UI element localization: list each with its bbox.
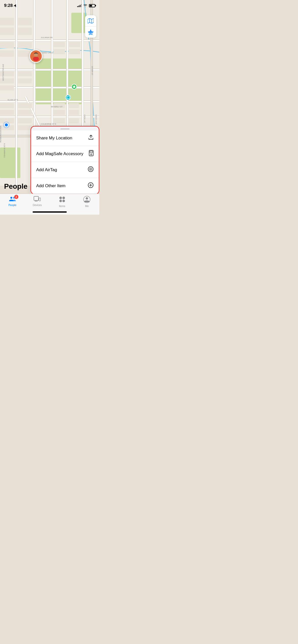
my-location-dot — [4, 123, 9, 127]
svg-point-90 — [10, 197, 12, 199]
tab-people-label: People — [8, 204, 16, 207]
svg-rect-53 — [69, 103, 79, 108]
svg-point-96 — [59, 197, 62, 199]
svg-rect-33 — [0, 27, 14, 35]
svg-text:WESTMINSTER AVE: WESTMINSTER AVE — [2, 64, 4, 81]
devices-icon — [33, 196, 41, 202]
svg-text:JULIANA DR: JULIANA DR — [41, 36, 52, 39]
svg-rect-92 — [34, 196, 38, 200]
svg-rect-58 — [18, 125, 32, 130]
svg-rect-11 — [0, 101, 99, 102]
signal-icon — [77, 4, 82, 7]
svg-rect-45 — [18, 71, 32, 76]
share-location-icon — [88, 135, 94, 142]
bottom-sheet-menu: Share My Location Add MagSafe Accessory … — [31, 126, 99, 194]
me-icon — [83, 196, 90, 203]
devices-icon-container — [33, 196, 41, 203]
svg-rect-49 — [18, 103, 32, 108]
svg-rect-30 — [18, 18, 32, 25]
user-avatar-pin[interactable] — [29, 50, 43, 63]
add-airtag-label: Add AirTag — [36, 167, 57, 172]
home-indicator — [33, 211, 67, 213]
svg-point-98 — [59, 200, 62, 202]
svg-rect-40 — [69, 42, 80, 47]
battery-icon — [89, 4, 95, 7]
status-time: 9:28 — [4, 3, 17, 8]
tab-devices-label: Devices — [33, 204, 42, 207]
svg-rect-7 — [0, 69, 99, 70]
svg-text:DOVER ST: DOVER ST — [91, 66, 93, 76]
people-badge: 2 — [14, 195, 18, 199]
svg-rect-31 — [18, 27, 32, 35]
add-magsafe-label: Add MagSafe Accessory — [36, 151, 83, 156]
green-location-pin[interactable] — [71, 84, 77, 90]
tab-me[interactable]: Me — [78, 196, 96, 208]
teal-tag[interactable] — [65, 95, 71, 100]
tab-items-label: Items — [59, 205, 65, 208]
add-magsafe-icon — [89, 150, 94, 158]
svg-rect-5 — [0, 40, 99, 41]
svg-point-78 — [33, 57, 39, 61]
add-other-item[interactable]: Add Other Item — [31, 178, 99, 194]
location-arrow-icon — [14, 4, 17, 7]
svg-rect-54 — [69, 110, 79, 115]
items-icon — [59, 196, 66, 203]
svg-rect-39 — [53, 49, 65, 54]
svg-text:CADILLAC: CADILLAC — [84, 114, 86, 123]
svg-text:ELGIN ST E: ELGIN ST E — [8, 99, 18, 101]
svg-rect-3 — [71, 13, 87, 33]
svg-rect-47 — [0, 103, 14, 108]
time-display: 9:28 — [4, 3, 13, 8]
add-other-icon — [88, 182, 94, 190]
wifi-icon — [83, 4, 87, 7]
svg-point-97 — [62, 197, 65, 199]
svg-rect-57 — [18, 118, 32, 123]
svg-rect-52 — [53, 110, 65, 115]
svg-rect-32 — [0, 18, 14, 25]
svg-rect-1 — [36, 58, 82, 104]
svg-point-83 — [91, 154, 92, 155]
add-airtag-icon — [88, 166, 94, 174]
svg-point-99 — [62, 200, 65, 202]
sheet-handle — [60, 128, 70, 129]
tab-people[interactable]: 2 People — [4, 196, 21, 207]
svg-rect-48 — [0, 110, 14, 115]
svg-text:COLBORNE ST E: COLBORNE ST E — [41, 123, 56, 125]
add-other-label: Add Other Item — [36, 183, 65, 188]
svg-text:OSHAWA BLVD N: OSHAWA BLVD N — [4, 143, 5, 158]
add-magsafe-item[interactable]: Add MagSafe Accessory — [31, 146, 99, 162]
svg-text:OAKES AVE: OAKES AVE — [95, 114, 97, 124]
svg-rect-82 — [90, 151, 92, 153]
location-button[interactable] — [85, 26, 96, 38]
status-bar: 9:28 — [0, 0, 99, 11]
share-location-label: Share My Location — [36, 136, 72, 141]
svg-rect-36 — [0, 42, 14, 48]
svg-rect-79 — [66, 96, 70, 99]
svg-rect-44 — [0, 85, 14, 91]
people-section-title: People — [4, 182, 28, 191]
svg-rect-50 — [18, 110, 32, 115]
svg-rect-38 — [53, 42, 65, 47]
svg-rect-34 — [18, 42, 32, 48]
svg-rect-95 — [39, 198, 40, 201]
map-view-button[interactable] — [85, 15, 96, 26]
items-icon-container — [59, 196, 66, 204]
people-icon-container: 2 — [9, 196, 16, 203]
svg-rect-41 — [69, 49, 80, 54]
map-controls — [85, 15, 96, 38]
add-airtag-item[interactable]: Add AirTag — [31, 162, 99, 178]
svg-point-101 — [86, 197, 88, 200]
svg-text:ROXBOROUGH AVE: ROXBOROUGH AVE — [0, 125, 2, 142]
svg-rect-9 — [0, 87, 99, 88]
svg-rect-59 — [53, 118, 65, 123]
svg-text:BEVERLY ST: BEVERLY ST — [51, 106, 63, 108]
svg-rect-60 — [69, 118, 79, 123]
tab-me-label: Me — [85, 205, 89, 208]
share-location-item[interactable]: Share My Location — [31, 130, 99, 146]
svg-rect-46 — [18, 78, 32, 83]
svg-rect-37 — [0, 50, 14, 57]
me-icon-container — [83, 196, 90, 204]
tab-devices[interactable]: Devices — [28, 196, 46, 207]
tab-items[interactable]: Items — [53, 196, 71, 208]
svg-rect-17 — [16, 0, 17, 186]
